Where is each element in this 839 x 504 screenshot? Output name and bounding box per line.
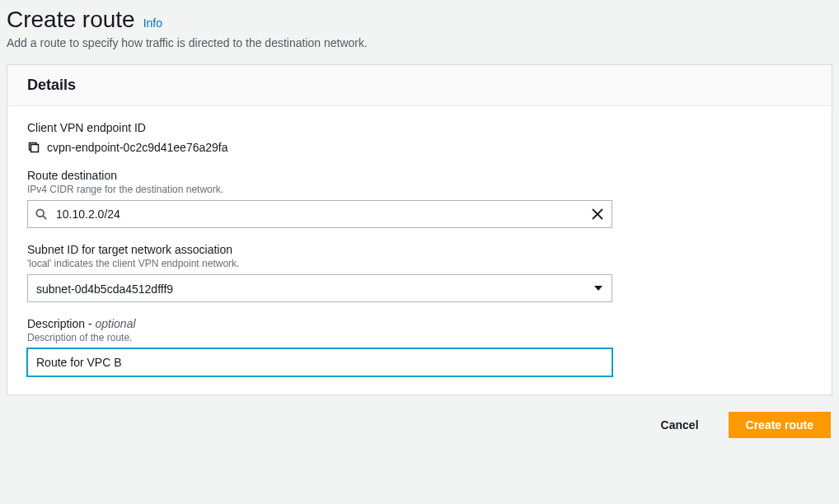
page-title: Create route bbox=[7, 7, 135, 33]
description-field: Description - optional Description of th… bbox=[27, 317, 612, 376]
description-hint: Description of the route. bbox=[27, 332, 612, 343]
description-input[interactable] bbox=[27, 348, 612, 376]
destination-field: Route destination IPv4 CIDR range for th… bbox=[27, 169, 612, 228]
svg-rect-0 bbox=[31, 145, 39, 152]
subnet-select[interactable]: subnet-0d4b5cda4512dfff9 bbox=[27, 274, 612, 302]
create-route-button[interactable]: Create route bbox=[729, 412, 831, 438]
search-icon bbox=[35, 208, 47, 220]
svg-point-1 bbox=[36, 209, 44, 217]
copy-icon[interactable] bbox=[27, 141, 40, 154]
subnet-label: Subnet ID for target network association bbox=[27, 243, 612, 256]
info-link[interactable]: Info bbox=[143, 16, 162, 30]
endpoint-label: Client VPN endpoint ID bbox=[27, 121, 612, 134]
details-panel: Details Client VPN endpoint ID cvpn-endp… bbox=[7, 64, 832, 395]
svg-line-2 bbox=[43, 216, 46, 219]
subnet-hint: 'local' indicates the client VPN endpoin… bbox=[27, 258, 612, 269]
endpoint-value: cvpn-endpoint-0c2c9d41ee76a29fa bbox=[47, 141, 228, 154]
panel-title: Details bbox=[27, 77, 812, 94]
subnet-field: Subnet ID for target network association… bbox=[27, 243, 612, 302]
clear-icon[interactable] bbox=[591, 208, 604, 221]
destination-hint: IPv4 CIDR range for the destination netw… bbox=[27, 184, 612, 195]
page-subtitle: Add a route to specify how traffic is di… bbox=[7, 36, 832, 49]
footer: Cancel Create route bbox=[7, 412, 832, 438]
cancel-button[interactable]: Cancel bbox=[644, 412, 715, 438]
destination-label: Route destination bbox=[27, 169, 612, 182]
description-label: Description - optional bbox=[27, 317, 612, 330]
destination-input[interactable] bbox=[27, 200, 612, 228]
endpoint-field: Client VPN endpoint ID cvpn-endpoint-0c2… bbox=[27, 121, 612, 154]
